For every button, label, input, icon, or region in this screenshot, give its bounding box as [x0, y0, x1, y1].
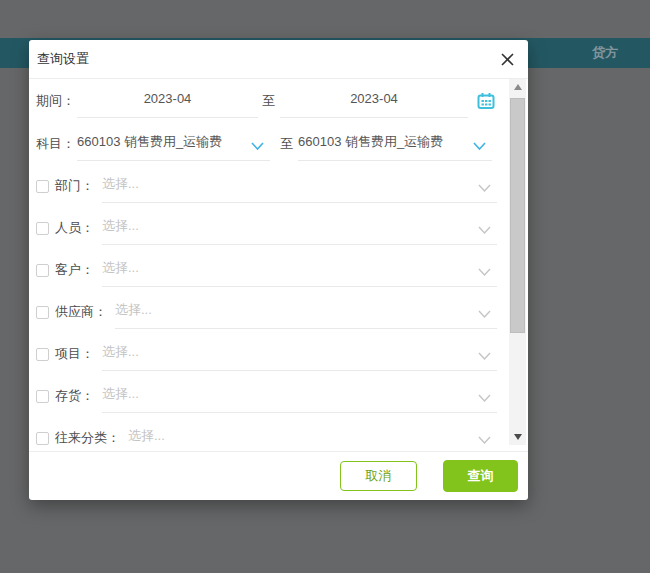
contact-category-checkbox[interactable]	[36, 432, 49, 445]
dialog-header: 查询设置	[29, 40, 528, 79]
query-button[interactable]: 查询	[443, 460, 518, 492]
contact-category-label: 往来分类：	[55, 429, 120, 445]
scrollbar-thumb[interactable]	[510, 98, 525, 333]
chevron-down-icon[interactable]	[478, 305, 491, 314]
close-icon[interactable]	[496, 48, 518, 70]
chevron-down-icon[interactable]	[473, 137, 486, 146]
period-label: 期间：	[36, 92, 75, 110]
department-placeholder: 选择...	[102, 169, 497, 198]
personnel-label: 人员：	[55, 219, 94, 237]
subject-to-word: 至	[280, 135, 293, 153]
subject-to-value: 660103 销售费用_运输费	[298, 127, 492, 156]
dialog-scroll-body: 期间： 2023-04 至 2023-04	[29, 79, 509, 445]
supplier-label: 供应商：	[55, 303, 107, 321]
department-checkbox[interactable]	[36, 180, 49, 193]
chevron-down-icon[interactable]	[251, 137, 264, 146]
chevron-down-icon[interactable]	[478, 431, 491, 440]
filter-row-customer: 客户： 选择...	[29, 249, 509, 291]
period-from-value: 2023-04	[77, 84, 258, 113]
filter-row-contact-category: 往来分类： 选择...	[29, 417, 509, 445]
customer-placeholder: 选择...	[102, 253, 497, 282]
subject-from-value: 660103 销售费用_运输费	[77, 127, 270, 156]
contact-category-select[interactable]: 选择...	[128, 421, 497, 445]
chevron-down-icon[interactable]	[478, 221, 491, 230]
contact-category-placeholder: 选择...	[128, 421, 497, 445]
scrollbar-down-icon[interactable]	[509, 429, 526, 445]
period-to-word: 至	[262, 92, 275, 110]
period-from-field[interactable]: 2023-04	[77, 84, 258, 118]
inventory-label: 存货：	[55, 387, 94, 405]
dialog-footer: 取消 查询	[29, 451, 528, 500]
project-select[interactable]: 选择...	[102, 337, 497, 371]
customer-select[interactable]: 选择...	[102, 253, 497, 287]
filter-row-department: 部门： 选择...	[29, 165, 509, 207]
project-checkbox[interactable]	[36, 348, 49, 361]
customer-label: 客户：	[55, 261, 94, 279]
cancel-button[interactable]: 取消	[340, 461, 417, 491]
filter-row-personnel: 人员： 选择...	[29, 207, 509, 249]
subject-label: 科目：	[36, 135, 75, 153]
chevron-down-icon[interactable]	[478, 389, 491, 398]
filter-row-project: 项目： 选择...	[29, 333, 509, 375]
customer-checkbox[interactable]	[36, 264, 49, 277]
chevron-down-icon[interactable]	[478, 347, 491, 356]
project-placeholder: 选择...	[102, 337, 497, 366]
personnel-checkbox[interactable]	[36, 222, 49, 235]
chevron-down-icon[interactable]	[478, 179, 491, 188]
period-row: 期间： 2023-04 至 2023-04	[29, 79, 509, 123]
supplier-placeholder: 选择...	[115, 295, 497, 324]
department-label: 部门：	[55, 177, 94, 195]
dialog-title: 查询设置	[37, 50, 89, 68]
personnel-select[interactable]: 选择...	[102, 211, 497, 245]
period-to-value: 2023-04	[280, 84, 468, 113]
inventory-checkbox[interactable]	[36, 390, 49, 403]
subject-to-select[interactable]: 660103 销售费用_运输费	[298, 127, 492, 161]
filter-row-inventory: 存货： 选择...	[29, 375, 509, 417]
supplier-select[interactable]: 选择...	[115, 295, 497, 329]
department-select[interactable]: 选择...	[102, 169, 497, 203]
query-settings-dialog: 查询设置 期间： 2023-04 至 2023-04	[29, 40, 528, 500]
chevron-down-icon[interactable]	[478, 263, 491, 272]
inventory-placeholder: 选择...	[102, 379, 497, 408]
subject-from-select[interactable]: 660103 销售费用_运输费	[77, 127, 270, 161]
personnel-placeholder: 选择...	[102, 211, 497, 240]
calendar-icon[interactable]	[477, 92, 495, 110]
subject-row: 科目： 660103 销售费用_运输费 至 660103 销售费用_运输费	[29, 123, 509, 165]
inventory-select[interactable]: 选择...	[102, 379, 497, 413]
filter-row-supplier: 供应商： 选择...	[29, 291, 509, 333]
credit-column-label: 贷方	[592, 44, 618, 62]
supplier-checkbox[interactable]	[36, 306, 49, 319]
scrollbar-up-icon[interactable]	[509, 79, 526, 95]
period-to-field[interactable]: 2023-04	[280, 84, 468, 118]
dialog-scrollbar[interactable]	[509, 79, 526, 445]
project-label: 项目：	[55, 345, 94, 363]
